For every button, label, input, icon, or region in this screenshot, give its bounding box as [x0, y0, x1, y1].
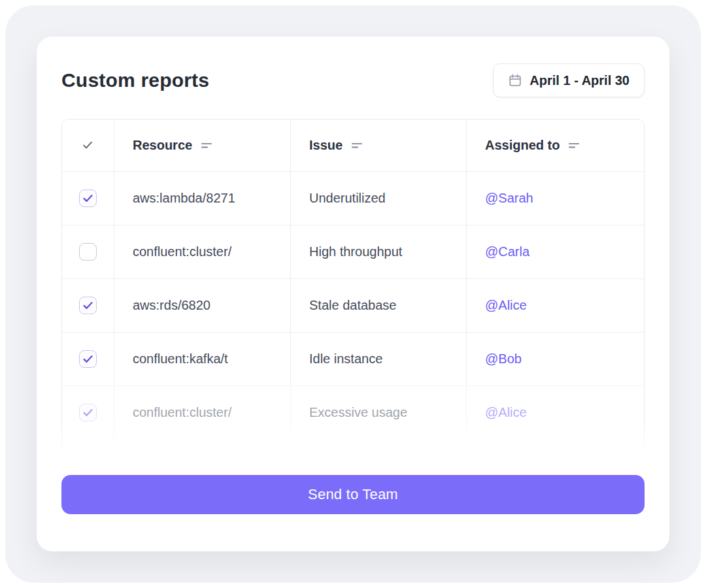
row-checkbox[interactable] — [79, 189, 97, 207]
resource-cell: aws:lambda/8271 — [114, 172, 291, 225]
resource-cell — [114, 440, 291, 465]
resource-cell: confluent:cluster/ — [114, 386, 291, 439]
issue-cell — [291, 440, 467, 465]
row-checkbox[interactable] — [79, 457, 97, 465]
select-cell — [61, 172, 114, 225]
assignee-link[interactable]: @Bob — [485, 351, 522, 367]
header-resource[interactable]: Resource — [114, 119, 291, 171]
resource-cell: confluent:cluster/ — [114, 225, 291, 278]
table-row: confluent:cluster/Excessive usage@Alice — [61, 385, 645, 439]
date-range-button[interactable]: April 1 - April 30 — [493, 63, 645, 97]
select-cell — [61, 333, 114, 385]
select-cell — [61, 440, 114, 465]
issue-cell: Stale database — [291, 279, 467, 332]
issue-cell: Underutilized — [291, 172, 467, 225]
issue-value: Excessive usage — [309, 405, 407, 420]
date-range-label: April 1 - April 30 — [530, 73, 630, 88]
sort-icon[interactable] — [568, 141, 581, 150]
row-checkbox[interactable] — [79, 243, 97, 261]
assignee-link[interactable]: @Carla — [485, 244, 530, 259]
issue-value: Underutilized — [309, 191, 386, 206]
assigned-cell: @Sarah — [467, 172, 645, 225]
assigned-cell — [467, 440, 645, 465]
issue-value: Stale database — [309, 298, 396, 313]
calendar-icon — [508, 73, 522, 88]
custom-reports-card: Custom reports April 1 - April 30 Re — [37, 37, 669, 551]
page-title: Custom reports — [61, 69, 209, 91]
assignee-link[interactable]: @Sarah — [485, 191, 533, 206]
resource-value: confluent:kafka/t — [133, 351, 228, 367]
resource-value: confluent:cluster/ — [133, 244, 231, 259]
table-row: aws:lambda/8271Underutilized@Sarah — [61, 171, 645, 225]
issue-cell: Idle instance — [291, 333, 467, 385]
header-assigned-to[interactable]: Assigned to — [467, 119, 645, 171]
row-checkbox[interactable] — [79, 404, 97, 421]
table-row: confluent:kafka/tIdle instance@Bob — [61, 332, 645, 385]
resource-cell: confluent:kafka/t — [114, 333, 291, 385]
sort-icon[interactable] — [201, 141, 214, 150]
check-icon — [80, 138, 95, 152]
assignee-link[interactable]: @Alice — [485, 405, 527, 420]
issue-cell: High throughput — [291, 225, 467, 278]
select-cell — [61, 279, 114, 332]
send-to-team-button[interactable]: Send to Team — [61, 475, 645, 514]
table-row: confluent:cluster/High throughput@Carla — [61, 225, 645, 278]
select-cell — [61, 386, 114, 439]
select-cell — [61, 225, 114, 278]
issue-cell: Excessive usage — [291, 386, 467, 439]
reports-table: Resource Issue Assigned to — [61, 119, 645, 465]
resource-value: aws:lambda/8271 — [133, 191, 235, 206]
resource-cell: aws:rds/6820 — [114, 279, 291, 332]
assigned-cell: @Carla — [467, 225, 645, 278]
row-checkbox[interactable] — [79, 350, 97, 368]
assigned-cell: @Bob — [467, 333, 645, 385]
row-checkbox[interactable] — [79, 297, 97, 314]
assigned-cell: @Alice — [467, 279, 645, 332]
issue-value: High throughput — [309, 244, 402, 259]
assignee-link[interactable]: @Alice — [485, 298, 527, 313]
issue-value: Idle instance — [309, 351, 382, 367]
table-row — [61, 439, 645, 465]
table-header-row: Resource Issue Assigned to — [61, 119, 645, 171]
resource-value: confluent:cluster/ — [133, 405, 231, 420]
header-issue[interactable]: Issue — [291, 119, 467, 171]
table-body: aws:lambda/8271Underutilized@Sarahconflu… — [61, 171, 645, 465]
assigned-cell: @Alice — [467, 386, 645, 439]
card-header: Custom reports April 1 - April 30 — [61, 63, 645, 97]
sort-icon[interactable] — [351, 141, 364, 150]
header-select-column — [61, 119, 114, 171]
table-row: aws:rds/6820Stale database@Alice — [61, 278, 645, 332]
resource-value: aws:rds/6820 — [133, 298, 210, 313]
